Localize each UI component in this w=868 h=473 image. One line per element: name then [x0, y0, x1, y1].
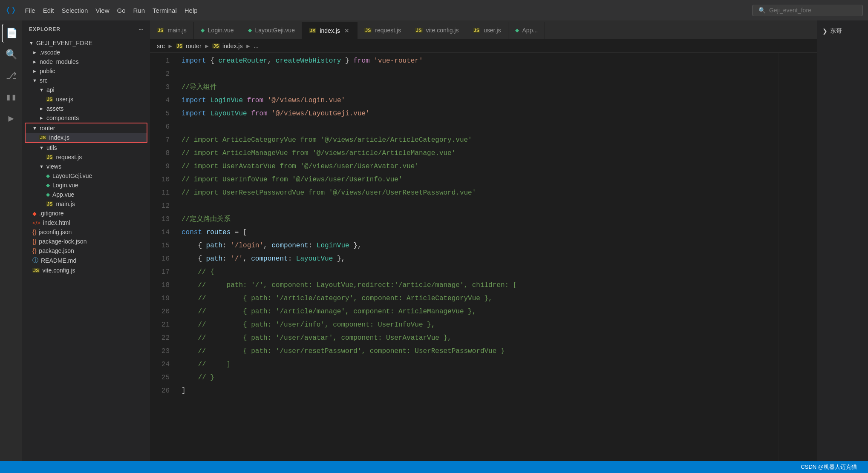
tab-vite-config-js[interactable]: JS vite.config.js: [408, 22, 466, 39]
sidebar-item-api[interactable]: ▼ api: [22, 85, 150, 95]
line-numbers: 1234567891011121314151617181920212223242…: [150, 53, 175, 461]
sidebar-header: EXPLORER ⋯: [22, 20, 150, 38]
tab-index-js[interactable]: JS index.js ✕: [302, 22, 358, 39]
status-csdn-watermark: CSDN @机器人迈克猫: [796, 463, 861, 471]
menu-terminal[interactable]: Terminal: [153, 7, 177, 14]
breadcrumb-router[interactable]: router: [186, 43, 202, 49]
menu-view[interactable]: View: [95, 7, 109, 14]
sidebar-item-router[interactable]: ▼ router: [26, 123, 147, 133]
sidebar-item-components[interactable]: ► components: [22, 113, 150, 123]
extensions-icon[interactable]: ▮▮: [2, 88, 20, 106]
sidebar-item-src[interactable]: ▼ src: [22, 76, 150, 85]
code-line-12: [182, 200, 779, 213]
menu-selection[interactable]: Selection: [62, 7, 88, 14]
sidebar-item-vite-config-js[interactable]: JS vite.config.js: [22, 266, 150, 275]
sidebar-item-gitignore[interactable]: ◆ .gitignore: [22, 209, 150, 218]
sidebar-item-request-js[interactable]: JS request.js: [22, 152, 150, 162]
titlebar: ❬❭ File Edit Selection View Go Run Termi…: [0, 0, 868, 20]
right-panel-dongge-button[interactable]: ❯ 东哥: [817, 24, 868, 38]
breadcrumb-sep-3: ►: [245, 43, 251, 49]
menu-file[interactable]: File: [25, 7, 35, 14]
sidebar-item-package-lock-json[interactable]: {} package-lock.json: [22, 237, 150, 246]
tab-close-index-js[interactable]: ✕: [343, 26, 350, 35]
menu-run[interactable]: Run: [133, 7, 145, 14]
status-bar: CSDN @机器人迈克猫: [0, 461, 868, 473]
sidebar-item-assets[interactable]: ► assets: [22, 104, 150, 113]
code-line-25: // }: [182, 371, 779, 384]
tab-app-vue[interactable]: ◆ App...: [508, 22, 545, 39]
code-line-20: // { path: '/article/manage', component:…: [182, 305, 779, 318]
code-line-11: // import UserResetPasswordVue from '@/v…: [182, 186, 779, 200]
sidebar-item-index-html[interactable]: </> index.html: [22, 218, 150, 227]
editor-area: JS main.js ◆ Login.vue ◆ LayoutGeji.vue …: [150, 20, 817, 461]
code-line-13: //定义路由关系: [182, 213, 779, 226]
source-control-icon[interactable]: ⎇: [2, 66, 20, 85]
sidebar-title: EXPLORER: [29, 26, 61, 32]
code-line-18: // path: '/', component: LayoutVue,redir…: [182, 279, 779, 292]
tab-layoutgeji-vue[interactable]: ◆ LayoutGeji.vue: [241, 22, 302, 39]
sidebar-item-vscode[interactable]: ► .vscode: [22, 48, 150, 57]
code-line-5: import LayoutVue from '@/views/LayoutGej…: [182, 107, 779, 120]
tab-user-js[interactable]: JS user.js: [466, 22, 508, 39]
sidebar-item-root[interactable]: ▼ GEJI_EVENT_FORE: [22, 38, 150, 48]
search-bar[interactable]: 🔍: [752, 5, 863, 16]
sidebar-item-user-js[interactable]: JS user.js: [22, 95, 150, 104]
code-line-4: import LoginVue from '@/views/Login.vue': [182, 94, 779, 107]
search-icon[interactable]: 🔍: [2, 45, 20, 64]
menu-help[interactable]: Help: [185, 7, 198, 14]
sidebar: EXPLORER ⋯ ▼ GEJI_EVENT_FORE ► .vscode ►…: [22, 20, 150, 461]
sidebar-item-layoutgeji-vue[interactable]: ◆ LayoutGeji.vue: [22, 171, 150, 181]
menu-go[interactable]: Go: [117, 7, 126, 14]
right-panel-label: 东哥: [830, 27, 842, 35]
tab-main-js[interactable]: JS main.js: [150, 22, 194, 39]
code-line-15: { path: '/login', component: LoginVue },: [182, 239, 779, 252]
breadcrumb: src ► JS router ► JS index.js ► ...: [150, 39, 817, 53]
search-input[interactable]: [769, 7, 856, 14]
sidebar-item-app-vue[interactable]: ◆ App.vue: [22, 190, 150, 199]
sidebar-item-main-js[interactable]: JS main.js: [22, 199, 150, 209]
code-line-2: [182, 68, 779, 81]
right-panel: ❯ 东哥: [817, 20, 868, 461]
code-line-22: // { path: '/user/avatar', component: Us…: [182, 332, 779, 345]
breadcrumb-ellipsis[interactable]: ...: [254, 43, 259, 49]
menu-bar: File Edit Selection View Go Run Terminal…: [25, 7, 198, 14]
breadcrumb-src[interactable]: src: [157, 43, 165, 49]
chevron-right-icon: ❯: [822, 28, 828, 34]
sidebar-item-jsconfig-json[interactable]: {} jsconfig.json: [22, 227, 150, 237]
sidebar-item-node-modules[interactable]: ► node_modules: [22, 57, 150, 66]
code-editor: 1234567891011121314151617181920212223242…: [150, 53, 817, 461]
code-line-6: [182, 120, 779, 134]
explorer-icon[interactable]: 📄: [2, 24, 20, 43]
menu-edit[interactable]: Edit: [43, 7, 54, 14]
breadcrumb-sep-2: ►: [204, 43, 210, 49]
sidebar-options-button[interactable]: ⋯: [138, 25, 143, 34]
tab-login-vue[interactable]: ◆ Login.vue: [194, 22, 241, 39]
code-line-3: //导入组件: [182, 81, 779, 94]
code-line-19: // { path: '/article/category', componen…: [182, 292, 779, 305]
code-line-1: import { createRouter, createWebHistory …: [182, 54, 779, 68]
code-line-23: // { path: '/user/resetPassword', compon…: [182, 345, 779, 358]
sidebar-item-public[interactable]: ► public: [22, 66, 150, 76]
sidebar-item-package-json[interactable]: {} package.json: [22, 246, 150, 255]
code-line-24: // ]: [182, 358, 779, 371]
tabs-bar: JS main.js ◆ Login.vue ◆ LayoutGeji.vue …: [150, 20, 817, 39]
code-line-26: ]: [182, 384, 779, 398]
code-line-14: const routes = [: [182, 226, 779, 239]
code-line-10: // import UserInfoVue from '@/views/user…: [182, 173, 779, 186]
code-line-21: // { path: '/user/info', component: User…: [182, 318, 779, 332]
breadcrumb-index[interactable]: index.js: [222, 43, 242, 49]
sidebar-item-utils[interactable]: ▼ utils: [22, 143, 150, 152]
sidebar-item-readme-md[interactable]: ⓘ README.md: [22, 255, 150, 266]
code-line-16: { path: '/', component: LayoutVue },: [182, 252, 779, 266]
search-icon: 🔍: [758, 7, 766, 14]
sidebar-item-index-js[interactable]: JS index.js: [26, 133, 147, 142]
sidebar-item-login-vue[interactable]: ◆ Login.vue: [22, 181, 150, 190]
breadcrumb-sep-1: ►: [167, 43, 173, 49]
run-debug-icon[interactable]: ▶: [2, 109, 20, 128]
minimap: [779, 53, 817, 461]
main-layout: 📄 🔍 ⎇ ▮▮ ▶ EXPLORER ⋯ ▼ GEJI_EVENT_FORE …: [0, 20, 868, 461]
tab-request-js[interactable]: JS request.js: [358, 22, 408, 39]
code-content[interactable]: import { createRouter, createWebHistory …: [175, 53, 779, 461]
sidebar-item-views[interactable]: ▼ views: [22, 162, 150, 171]
activity-bar: 📄 🔍 ⎇ ▮▮ ▶: [0, 20, 22, 461]
